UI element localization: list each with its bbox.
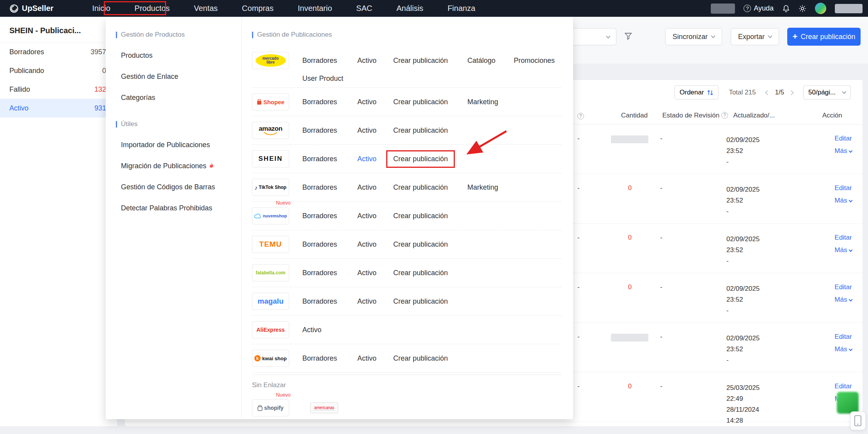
top-navigation: UpSeller Inicio Productos Ventas Compras… <box>0 0 868 17</box>
ordenar-button[interactable]: Ordenar <box>675 85 719 100</box>
menu-link-borradores[interactable]: Borradores <box>302 98 357 106</box>
edit-link[interactable]: Editar <box>834 333 863 341</box>
page-size-select[interactable]: 50/pági... <box>803 85 851 100</box>
menu-item-importador[interactable]: Importador de Publicaciones <box>121 141 241 149</box>
menu-link-crear-publicacion[interactable]: Crear publicación <box>393 183 467 192</box>
edit-link[interactable]: Editar <box>834 135 863 142</box>
nav-item-inventario[interactable]: Inventario <box>286 0 344 17</box>
nav-item-ventas[interactable]: Ventas <box>182 0 230 17</box>
cell-estado: - <box>651 234 672 242</box>
menu-link-activo[interactable]: Activo <box>357 126 393 135</box>
menu-link-activo[interactable]: Activo <box>357 183 393 192</box>
magalu-logo[interactable]: magalu <box>252 293 289 310</box>
sincronizar-button[interactable]: Sincronizar <box>665 28 722 45</box>
menu-item-gestion-enlace[interactable]: Gestión de Enlace <box>121 73 241 81</box>
nav-item-sac[interactable]: SAC <box>344 0 384 17</box>
menu-link-activo[interactable]: Activo <box>357 240 393 249</box>
mercado-libre-logo[interactable]: mercado libre <box>252 52 289 69</box>
nav-item-finanza[interactable]: Finanza <box>435 0 487 17</box>
temu-logo[interactable]: TEMU <box>252 236 289 253</box>
edit-link[interactable]: Editar <box>834 234 863 242</box>
menu-item-codigos-barras[interactable]: Gestión de Códigos de Barras <box>121 183 241 191</box>
sidebar-item-publicando[interactable]: Publicando 0 <box>0 61 117 80</box>
next-page-icon[interactable] <box>789 90 794 95</box>
menu-link-activo[interactable]: Activo <box>302 326 357 334</box>
menu-link-borradores[interactable]: Borradores <box>302 126 357 135</box>
filter-funnel-icon[interactable] <box>624 32 632 42</box>
sin-enlazar-logos: Nuevo shopify americanas <box>252 399 561 416</box>
help-button[interactable]: ? Ayuda <box>744 4 774 12</box>
menu-link-activo[interactable]: Activo <box>357 354 393 363</box>
menu-link-borradores[interactable]: Borradores <box>302 354 357 363</box>
kwai-shop-logo[interactable]: kkwai shop <box>252 350 289 367</box>
menu-link-crear-publicacion-shein[interactable]: Crear publicación <box>393 155 467 163</box>
menu-link-borradores[interactable]: Borradores <box>302 269 357 277</box>
menu-item-productos[interactable]: Productos <box>121 52 241 60</box>
tiktok-shop-logo[interactable]: ♪TikTok Shop <box>252 179 289 196</box>
blurred-value <box>611 135 648 143</box>
crear-publicacion-button[interactable]: +Crear publicación <box>787 28 861 46</box>
notifications-button[interactable] <box>782 5 790 12</box>
more-link[interactable]: Más <box>834 246 863 254</box>
more-link[interactable]: Más <box>834 147 863 155</box>
more-link[interactable]: Más <box>834 296 863 304</box>
sidebar: SHEIN - Publicaci... Borradores 3957 Pub… <box>0 17 117 426</box>
sidebar-item-borradores[interactable]: Borradores 3957 <box>0 43 117 61</box>
more-link[interactable]: Más <box>834 345 863 353</box>
cell-actualizado: 02/09/2025 23:52 - <box>726 234 803 267</box>
menu-link-activo[interactable]: Activo <box>357 57 393 65</box>
menu-link-crear-publicacion[interactable]: Crear publicación <box>393 297 467 306</box>
menu-link-crear-publicacion[interactable]: Crear publicación <box>393 354 467 363</box>
edit-link[interactable]: Editar <box>834 184 863 192</box>
aliexpress-logo[interactable]: AliExpress <box>252 321 289 338</box>
menu-item-palabras-prohibidas[interactable]: Detectar Palabras Prohibidas <box>121 204 241 212</box>
menu-link-borradores[interactable]: Borradores <box>302 183 357 192</box>
americanas-logo[interactable]: americanas <box>310 402 338 413</box>
menu-link-borradores[interactable]: Borradores <box>302 240 357 249</box>
menu-link-marketing[interactable]: Marketing <box>467 98 498 106</box>
more-link[interactable]: Más <box>834 197 863 205</box>
brand-logo[interactable]: UpSeller <box>9 4 53 13</box>
menu-link-crear-publicacion[interactable]: Crear publicación <box>393 126 467 135</box>
menu-item-migracion[interactable]: Migración de Publicaciones <box>121 162 241 170</box>
menu-link-crear-publicacion[interactable]: Crear publicación <box>393 98 467 106</box>
nav-item-compras[interactable]: Compras <box>230 0 286 17</box>
cell-dash: - <box>577 283 609 291</box>
menu-link-crear-publicacion[interactable]: Crear publicación <box>393 269 467 277</box>
amazon-logo[interactable]: amazon <box>252 122 289 139</box>
nav-item-productos[interactable]: Productos <box>122 0 182 17</box>
menu-link-borradores[interactable]: Borradores <box>302 297 357 306</box>
sidebar-item-fallido[interactable]: Fallido 132 <box>0 80 117 99</box>
edit-link[interactable]: Editar <box>834 283 863 291</box>
menu-link-activo[interactable]: Activo <box>357 269 393 277</box>
edit-link[interactable]: Editar <box>834 382 863 390</box>
menu-link-borradores[interactable]: Borradores <box>302 212 357 220</box>
nuvemshop-logo[interactable]: nuvemshop <box>252 207 289 224</box>
menu-link-activo[interactable]: Activo <box>357 212 393 220</box>
menu-link-crear-publicacion[interactable]: Crear publicación <box>393 57 467 65</box>
prev-page-icon[interactable] <box>765 90 770 95</box>
menu-link-promociones[interactable]: Promociones <box>514 57 555 65</box>
shopee-logo[interactable]: Shopee <box>252 93 289 110</box>
shein-logo[interactable]: SHEIN <box>252 150 289 167</box>
menu-link-catalogo[interactable]: Catálogo <box>467 57 514 65</box>
nav-item-inicio[interactable]: Inicio <box>80 0 122 17</box>
nav-item-analisis[interactable]: Análisis <box>384 0 435 17</box>
mobile-app-button[interactable] <box>850 411 866 430</box>
menu-link-marketing[interactable]: Marketing <box>467 183 498 192</box>
user-avatar[interactable] <box>815 3 826 14</box>
shopify-logo[interactable]: shopify <box>252 399 289 416</box>
sidebar-item-activo[interactable]: Activo 931 <box>0 99 117 117</box>
falabella-logo[interactable]: falabella.com <box>252 264 289 281</box>
menu-link-user-product[interactable]: User Product <box>302 75 561 83</box>
sidebar-item-count: 931 <box>94 104 106 112</box>
settings-button[interactable] <box>799 5 806 12</box>
menu-item-categorias[interactable]: Categorías <box>121 94 241 102</box>
menu-link-crear-publicacion[interactable]: Crear publicación <box>393 212 467 220</box>
exportar-button[interactable]: Exportar <box>731 28 779 45</box>
menu-link-borradores[interactable]: Borradores <box>302 57 357 65</box>
menu-link-activo[interactable]: Activo <box>357 297 393 306</box>
menu-link-crear-publicacion[interactable]: Crear publicación <box>393 240 467 249</box>
menu-link-activo[interactable]: Activo <box>357 98 393 106</box>
menu-link-borradores[interactable]: Borradores <box>302 155 357 163</box>
